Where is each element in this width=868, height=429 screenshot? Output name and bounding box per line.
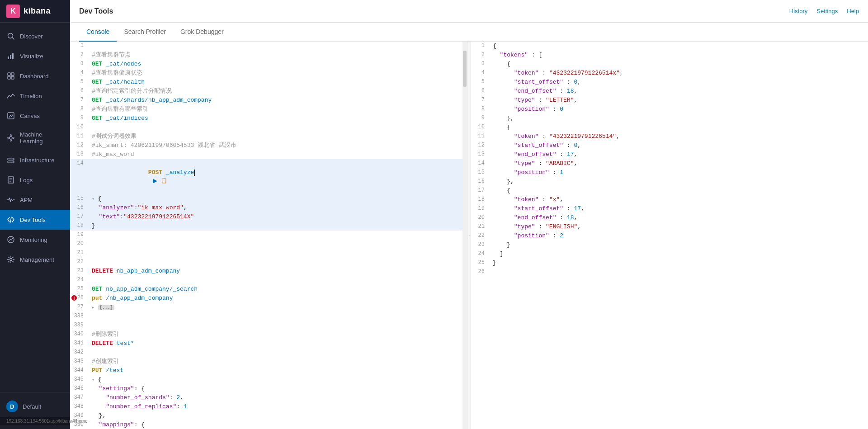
settings-button[interactable]: Settings <box>816 8 838 14</box>
tabs-bar: Console Search Profiler Grok Debugger <box>70 23 868 42</box>
editor-container: 1 2 #查看集群节点 3 GET _cat/nodes <box>70 42 868 429</box>
svg-text:!: ! <box>73 296 75 301</box>
svg-rect-3 <box>10 55 11 59</box>
svg-rect-4 <box>12 53 14 59</box>
table-row: 6 "end_offset" : 18, <box>471 87 868 96</box>
sidebar-item-machine-learning[interactable]: Machine Learning <box>0 126 70 150</box>
table-row: 25 } <box>471 259 868 268</box>
left-scrollbar-thumb[interactable] <box>463 51 467 87</box>
sidebar-item-timelion-label: Timelion <box>20 93 42 99</box>
sidebar-item-infrastructure[interactable]: Infrastructure <box>0 150 70 170</box>
table-row: 27 ▸ {...} <box>70 303 467 312</box>
sidebar-item-logs-label: Logs <box>20 177 33 184</box>
table-row: 349 }, <box>70 411 467 420</box>
error-indicator: ! <box>71 295 77 304</box>
fold-arrow-2[interactable]: ▾ <box>92 377 94 382</box>
table-row: 21 "type" : "ENGLISH", <box>471 222 868 231</box>
sidebar-item-machine-learning-label: Machine Learning <box>20 131 64 145</box>
table-row: 11 "token" : "43232219791226514", <box>471 132 868 141</box>
copy-curl-button[interactable]: 📋 <box>160 178 168 184</box>
apm-icon <box>6 195 15 204</box>
run-button[interactable]: ▶ <box>152 177 158 184</box>
table-row: 350 "mappings": { <box>70 420 467 429</box>
sidebar-item-management[interactable]: Management <box>0 250 70 269</box>
table-row: 20 <box>70 240 467 249</box>
editor-output: 1 { 2 "tokens" : [ 3 { 4 <box>471 42 868 429</box>
sidebar-item-dev-tools[interactable]: Dev Tools <box>0 210 70 230</box>
tab-console[interactable]: Console <box>79 23 117 42</box>
table-row: 348 "number_of_replicas": 1 <box>70 402 467 411</box>
svg-point-14 <box>13 137 14 139</box>
sidebar-item-dashboard[interactable]: Dashboard <box>0 66 70 86</box>
left-scrollbar[interactable] <box>462 42 467 429</box>
table-row: 19 "start_offset" : 17, <box>471 204 868 213</box>
table-row: 14 "type" : "ARABIC", <box>471 159 868 168</box>
management-icon <box>6 255 15 264</box>
sidebar-item-apm[interactable]: APM <box>0 190 70 210</box>
svg-point-13 <box>8 137 9 139</box>
svg-point-21 <box>13 159 14 160</box>
table-row: 12 #ik_smart: 420621199706054533 湖北省 武汉市 <box>70 141 467 150</box>
status-bar: 192.168.31.194:5601/app/kibana#/home <box>0 417 70 425</box>
svg-point-12 <box>10 140 12 141</box>
tab-grok-debugger[interactable]: Grok Debugger <box>173 23 231 42</box>
table-row: 2 #查看集群节点 <box>70 51 467 60</box>
fold-arrow[interactable]: ▾ <box>92 197 94 202</box>
table-row: 7 "type" : "LETTER", <box>471 96 868 105</box>
table-row: 3 GET _cat/nodes <box>70 60 467 69</box>
sidebar-item-visualize[interactable]: Visualize <box>0 46 70 66</box>
sidebar-item-dev-tools-label: Dev Tools <box>20 217 46 223</box>
fold-arrow-collapsed[interactable]: ▸ <box>92 305 94 310</box>
table-row: 345 ▾ { <box>70 375 467 384</box>
table-row: 338 <box>70 312 467 321</box>
dashboard-icon <box>6 71 15 80</box>
sidebar-item-discover-label: Discover <box>20 33 43 40</box>
output-pane[interactable]: 1 { 2 "tokens" : [ 3 { 4 <box>471 42 868 429</box>
svg-rect-8 <box>11 76 14 79</box>
table-row: 15 ▾ { <box>70 194 467 203</box>
svg-line-27 <box>10 217 11 222</box>
sidebar-item-canvas[interactable]: Canvas <box>0 106 70 126</box>
sidebar-item-logs[interactable]: Logs <box>0 170 70 190</box>
table-row: 10 <box>70 123 467 132</box>
table-row: 3 { <box>471 60 868 69</box>
sidebar-item-timelion[interactable]: Timelion <box>0 86 70 106</box>
infrastructure-icon <box>6 156 15 165</box>
table-row: 23 DELETE nb_app_adm_company <box>70 267 467 276</box>
dev-tools-icon <box>6 215 15 224</box>
svg-rect-7 <box>8 76 10 79</box>
svg-line-1 <box>12 38 14 39</box>
table-row: 24 <box>70 276 467 285</box>
history-button[interactable]: History <box>789 8 807 14</box>
table-row: 13 "end_offset" : 17, <box>471 150 868 159</box>
table-row: 16 "analyzer":"ik_max_word", <box>70 203 467 212</box>
machine-learning-icon <box>6 133 15 142</box>
table-row: 7 GET _cat/shards/nb_app_adm_company <box>70 96 467 105</box>
main-content: Dev Tools History Settings Help Console … <box>70 0 868 429</box>
user-section[interactable]: D Default <box>0 396 70 417</box>
sidebar-item-visualize-label: Visualize <box>20 53 43 60</box>
top-bar-actions: History Settings Help <box>789 8 859 14</box>
svg-point-29 <box>10 259 12 261</box>
help-button[interactable]: Help <box>847 8 859 14</box>
table-row: 1 { <box>471 42 868 51</box>
app-logo[interactable]: K kibana <box>0 0 70 23</box>
monitoring-icon <box>6 235 15 244</box>
table-row: 2 "tokens" : [ <box>471 51 868 60</box>
tab-search-profiler[interactable]: Search Profiler <box>117 23 173 42</box>
table-row: 8 #查询集群有哪些索引 <box>70 105 467 114</box>
sidebar-item-monitoring[interactable]: Monitoring <box>0 230 70 250</box>
sidebar-item-discover[interactable]: Discover <box>0 26 70 46</box>
logo-icon: K <box>6 5 20 18</box>
sidebar-item-apm-label: APM <box>20 197 33 203</box>
table-row: 9 }, <box>471 114 868 123</box>
sidebar-item-infrastructure-label: Infrastructure <box>20 157 55 164</box>
table-row: 11 #测试分词器效果 <box>70 132 467 141</box>
table-row: 347 "number_of_shards": 2, <box>70 393 467 402</box>
editor-input[interactable]: 1 2 #查看集群节点 3 GET _cat/nodes <box>70 42 467 429</box>
pane-divider[interactable]: ⋮ <box>467 42 471 429</box>
table-row: 5 "start_offset" : 0, <box>471 78 868 87</box>
table-row: 22 "position" : 2 <box>471 231 868 240</box>
timelion-icon <box>6 91 15 100</box>
sidebar-item-monitoring-label: Monitoring <box>20 236 47 243</box>
